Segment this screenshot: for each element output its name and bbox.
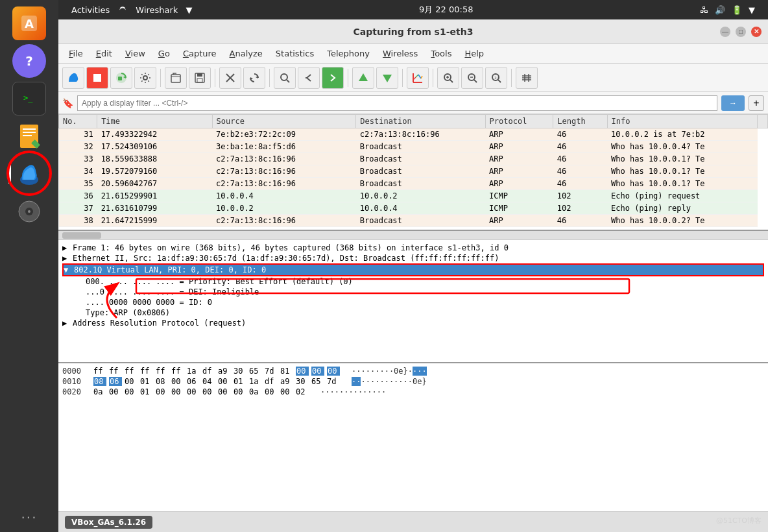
toolbar-stop-button[interactable] — [86, 67, 108, 89]
filter-apply-button[interactable]: → — [721, 95, 745, 111]
table-row[interactable]: 32 17.524309106 3e:ba:1e:8a:f5:d6 Broadc… — [59, 141, 768, 153]
menu-telephony[interactable]: Telephony — [322, 47, 375, 60]
toolbar-settings-button[interactable] — [134, 67, 156, 89]
table-row[interactable]: 37 21.631610799 10.0.0.2 10.0.0.4 ICMP 1… — [59, 202, 768, 215]
cell-len: 46 — [553, 165, 607, 178]
toolbar-save-button[interactable] — [189, 67, 211, 89]
sidebar-item-terminal[interactable]: >_ — [12, 82, 46, 115]
detail-text: Address Resolution Protocol (request) — [73, 319, 246, 328]
svg-line-45 — [498, 80, 501, 82]
toolbar-reload-button[interactable] — [243, 67, 265, 89]
app-dropdown-icon[interactable]: ▼ — [186, 5, 192, 15]
cell-proto: ARP — [485, 128, 553, 141]
hex-ascii-char: · — [379, 377, 384, 386]
menu-analyze[interactable]: Analyze — [224, 47, 268, 60]
maximize-button[interactable]: □ — [736, 27, 746, 37]
toolbar-colorize-button[interactable] — [407, 67, 429, 89]
toolbar-resize-button[interactable] — [516, 67, 538, 89]
filter-add-button[interactable]: + — [749, 95, 764, 111]
svg-marker-25 — [250, 77, 253, 80]
table-row[interactable]: 31 17.493322942 7e:b2:e3:72:2c:09 c2:7a:… — [59, 128, 768, 141]
toolbar-zoom-reset-button[interactable]: 1:1 — [485, 67, 507, 89]
svg-line-27 — [287, 80, 289, 82]
detail-rows: ▶ Frame 1: 46 bytes on wire (368 bits), … — [62, 243, 764, 328]
filter-input[interactable] — [77, 95, 717, 111]
menu-file[interactable]: File — [64, 47, 88, 60]
toolbar-shark-button[interactable] — [62, 67, 84, 89]
svg-line-38 — [450, 80, 453, 82]
datetime-label: 9月 22 00:58 — [419, 4, 474, 16]
detail-row[interactable]: ▶ Frame 1: 46 bytes on wire (368 bits), … — [62, 243, 764, 253]
toolbar-restart-button[interactable] — [110, 67, 132, 89]
hex-byte: 00 — [218, 387, 231, 396]
svg-rect-21 — [197, 79, 202, 82]
cell-src: 10.0.0.4 — [212, 190, 356, 202]
detail-row[interactable]: ▼ 802.1Q Virtual LAN, PRI: 0, DEI: 0, ID… — [62, 263, 764, 276]
hex-byte: ff — [171, 367, 184, 376]
app-name-label[interactable]: Wireshark — [136, 5, 178, 15]
status-bar: VBox_GAs_6.1.26 — [58, 511, 768, 532]
hex-ascii-char: · — [381, 387, 386, 396]
detail-row[interactable]: ...0 .... .... .... = DEI: Ineligible — [75, 287, 764, 297]
table-row[interactable]: 34 19.572079160 c2:7a:13:8c:16:96 Broadc… — [59, 165, 768, 178]
sidebar-item-wireshark[interactable] — [12, 157, 46, 191]
hex-byte: 0a — [93, 387, 106, 396]
detail-row[interactable]: ▶ Address Resolution Protocol (request) — [62, 318, 764, 328]
minimize-button[interactable]: — — [720, 27, 730, 37]
sidebar-more[interactable]: ··· — [21, 510, 37, 526]
menu-tools[interactable]: Tools — [426, 47, 457, 60]
sidebar-item-disk[interactable] — [12, 195, 46, 228]
sidebar-item-editor[interactable] — [12, 119, 46, 153]
svg-rect-6 — [23, 132, 36, 133]
hex-ascii-char: · — [367, 387, 372, 396]
menu-statistics[interactable]: Statistics — [270, 47, 319, 60]
detail-row[interactable]: ▶ Ethernet II, Src: 1a:df:a9:30:65:7d (1… — [62, 253, 764, 263]
hex-byte: 0a — [249, 387, 262, 396]
cell-len: 46 — [553, 128, 607, 141]
table-row[interactable]: 35 20.596042767 c2:7a:13:8c:16:96 Broadc… — [59, 178, 768, 190]
toolbar-open-button[interactable] — [165, 67, 187, 89]
detail-row[interactable]: .... 0000 0000 0000 = ID: 0 — [75, 297, 764, 308]
toolbar-forward-button[interactable] — [322, 67, 344, 89]
toolbar-back-button[interactable] — [298, 67, 320, 89]
toolbar-search-button[interactable] — [274, 67, 296, 89]
toolbar-zoom-out-button[interactable] — [461, 67, 483, 89]
hex-row: 0020 0a0000010000000000000a000002 ······… — [62, 387, 764, 397]
detail-arrow-icon: ▼ — [64, 265, 71, 274]
hex-byte: 00 — [265, 387, 278, 396]
detail-row[interactable]: Type: ARP (0x0806) — [75, 308, 764, 318]
toolbar-scroll-button[interactable] — [376, 67, 398, 89]
sidebar-item-app-store[interactable]: A — [12, 6, 46, 40]
packet-list-body: 31 17.493322942 7e:b2:e3:72:2c:09 c2:7a:… — [59, 128, 768, 227]
cell-src: 7e:b2:e3:72:2c:09 — [212, 128, 356, 141]
menu-help[interactable]: Help — [459, 47, 489, 60]
horizontal-scrollbar[interactable] — [58, 231, 768, 240]
battery-icon: 🔋 — [732, 5, 742, 15]
window-title: Capturing from s1-eth3 — [354, 27, 474, 37]
svg-line-34 — [416, 75, 418, 77]
cell-len: 102 — [553, 190, 607, 202]
cell-info: Who has 10.0.0.4? Te — [607, 141, 757, 153]
toolbar-close-capture-button[interactable] — [219, 67, 241, 89]
table-row[interactable]: 38 21.647215999 c2:7a:13:8c:16:96 Broadc… — [59, 215, 768, 227]
activities-label[interactable]: Activities — [71, 5, 110, 15]
menu-view[interactable]: View — [120, 47, 150, 60]
menu-capture[interactable]: Capture — [178, 47, 222, 60]
packet-detail-panel: ▶ Frame 1: 46 bytes on wire (368 bits), … — [58, 240, 768, 363]
hex-byte: 06 — [109, 377, 122, 386]
detail-row[interactable]: 000. .... .... .... = Priority: Best Eff… — [75, 276, 764, 287]
table-row[interactable]: 33 18.559633888 c2:7a:13:8c:16:96 Broadc… — [59, 153, 768, 165]
toolbar-goto-button[interactable] — [352, 67, 374, 89]
menu-go[interactable]: Go — [153, 47, 175, 60]
table-row[interactable]: 36 21.615299901 10.0.0.4 10.0.0.2 ICMP 1… — [59, 190, 768, 202]
toolbar-zoom-in-button[interactable] — [437, 67, 459, 89]
cell-proto: ARP — [485, 215, 553, 227]
menu-wireless[interactable]: Wireless — [378, 47, 423, 60]
svg-text:1:1: 1:1 — [494, 76, 500, 80]
close-button[interactable]: ✕ — [751, 27, 762, 37]
menu-edit[interactable]: Edit — [91, 47, 117, 60]
hex-byte: 1a — [187, 367, 200, 376]
svg-text:A: A — [25, 17, 34, 30]
sidebar-item-help[interactable]: ? — [12, 44, 46, 78]
toolbar-sep-5 — [402, 69, 403, 87]
